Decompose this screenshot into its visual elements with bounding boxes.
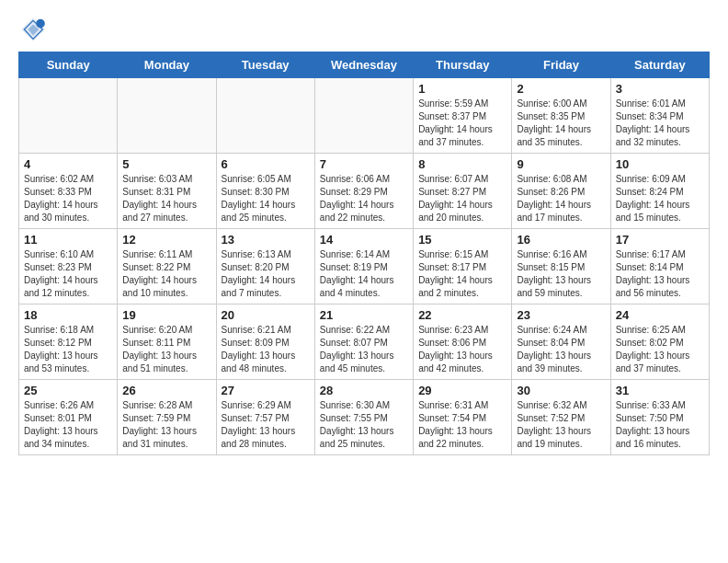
day-number: 25 — [24, 384, 112, 397]
day-header-sunday: Sunday — [19, 52, 118, 78]
day-number: 21 — [320, 308, 408, 322]
calendar-cell: 7Sunrise: 6:06 AM Sunset: 8:29 PM Daylig… — [314, 154, 413, 229]
day-info: Sunrise: 6:01 AM Sunset: 8:34 PM Dayligh… — [616, 98, 704, 149]
calendar-table: SundayMondayTuesdayWednesdayThursdayFrid… — [18, 52, 710, 455]
day-info: Sunrise: 6:11 AM Sunset: 8:22 PM Dayligh… — [122, 248, 210, 300]
day-number: 13 — [222, 233, 310, 247]
day-header-wednesday: Wednesday — [314, 52, 413, 78]
calendar-cell: 12Sunrise: 6:11 AM Sunset: 8:22 PM Dayli… — [118, 229, 216, 304]
calendar-cell: 23Sunrise: 6:24 AM Sunset: 8:04 PM Dayli… — [512, 304, 610, 380]
day-number: 8 — [418, 157, 506, 171]
calendar-cell: 13Sunrise: 6:13 AM Sunset: 8:20 PM Dayli… — [216, 229, 314, 304]
day-number: 27 — [222, 384, 310, 397]
day-info: Sunrise: 6:05 AM Sunset: 8:30 PM Dayligh… — [222, 173, 310, 224]
day-info: Sunrise: 6:23 AM Sunset: 8:06 PM Dayligh… — [418, 324, 506, 375]
day-info: Sunrise: 6:32 AM Sunset: 7:52 PM Dayligh… — [517, 399, 605, 451]
day-info: Sunrise: 6:13 AM Sunset: 8:20 PM Dayligh… — [222, 248, 310, 300]
day-info: Sunrise: 6:24 AM Sunset: 8:04 PM Dayligh… — [517, 324, 605, 375]
calendar-cell — [118, 78, 216, 154]
day-number: 31 — [616, 384, 704, 397]
day-header-tuesday: Tuesday — [216, 52, 314, 78]
calendar-cell: 28Sunrise: 6:30 AM Sunset: 7:55 PM Dayli… — [314, 380, 413, 455]
calendar-week-row: 25Sunrise: 6:26 AM Sunset: 8:01 PM Dayli… — [19, 380, 710, 455]
day-number: 29 — [418, 384, 506, 397]
calendar-cell: 4Sunrise: 6:02 AM Sunset: 8:33 PM Daylig… — [19, 154, 118, 229]
day-number: 28 — [320, 384, 408, 397]
calendar-cell: 3Sunrise: 6:01 AM Sunset: 8:34 PM Daylig… — [610, 78, 709, 154]
day-number: 23 — [517, 308, 605, 322]
calendar-cell: 6Sunrise: 6:05 AM Sunset: 8:30 PM Daylig… — [216, 154, 314, 229]
calendar-cell: 31Sunrise: 6:33 AM Sunset: 7:50 PM Dayli… — [610, 380, 709, 455]
day-header-monday: Monday — [118, 52, 216, 78]
day-number: 9 — [517, 157, 605, 171]
day-number: 15 — [418, 233, 506, 247]
calendar-cell: 5Sunrise: 6:03 AM Sunset: 8:31 PM Daylig… — [118, 154, 216, 229]
day-header-friday: Friday — [512, 52, 610, 78]
calendar-cell: 8Sunrise: 6:07 AM Sunset: 8:27 PM Daylig… — [414, 154, 512, 229]
day-number: 14 — [320, 233, 408, 247]
day-number: 6 — [222, 157, 310, 171]
day-number: 19 — [122, 308, 210, 322]
day-number: 20 — [222, 308, 310, 322]
calendar-cell: 26Sunrise: 6:28 AM Sunset: 7:59 PM Dayli… — [118, 380, 216, 455]
day-info: Sunrise: 6:21 AM Sunset: 8:09 PM Dayligh… — [222, 324, 310, 375]
calendar-week-row: 18Sunrise: 6:18 AM Sunset: 8:12 PM Dayli… — [19, 304, 710, 380]
day-header-thursday: Thursday — [414, 52, 512, 78]
day-number: 11 — [24, 233, 112, 247]
day-number: 3 — [616, 82, 704, 96]
day-info: Sunrise: 6:06 AM Sunset: 8:29 PM Dayligh… — [320, 173, 408, 224]
day-number: 7 — [320, 157, 408, 171]
calendar-cell: 21Sunrise: 6:22 AM Sunset: 8:07 PM Dayli… — [314, 304, 413, 380]
day-info: Sunrise: 6:31 AM Sunset: 7:54 PM Dayligh… — [418, 399, 506, 451]
calendar-cell: 24Sunrise: 6:25 AM Sunset: 8:02 PM Dayli… — [610, 304, 709, 380]
calendar-cell: 15Sunrise: 6:15 AM Sunset: 8:17 PM Dayli… — [414, 229, 512, 304]
day-info: Sunrise: 6:07 AM Sunset: 8:27 PM Dayligh… — [418, 173, 506, 224]
calendar-cell: 17Sunrise: 6:17 AM Sunset: 8:14 PM Dayli… — [610, 229, 709, 304]
calendar-cell: 14Sunrise: 6:14 AM Sunset: 8:19 PM Dayli… — [314, 229, 413, 304]
day-info: Sunrise: 6:30 AM Sunset: 7:55 PM Dayligh… — [320, 399, 408, 451]
day-header-saturday: Saturday — [610, 52, 709, 78]
day-number: 18 — [24, 308, 112, 322]
days-of-week-row: SundayMondayTuesdayWednesdayThursdayFrid… — [19, 52, 710, 78]
calendar-cell: 29Sunrise: 6:31 AM Sunset: 7:54 PM Dayli… — [414, 380, 512, 455]
day-number: 22 — [418, 308, 506, 322]
calendar-cell: 30Sunrise: 6:32 AM Sunset: 7:52 PM Dayli… — [512, 380, 610, 455]
day-info: Sunrise: 6:22 AM Sunset: 8:07 PM Dayligh… — [320, 324, 408, 375]
day-info: Sunrise: 6:09 AM Sunset: 8:24 PM Dayligh… — [616, 173, 704, 224]
day-number: 5 — [122, 157, 210, 171]
header — [18, 15, 710, 44]
day-info: Sunrise: 6:28 AM Sunset: 7:59 PM Dayligh… — [122, 399, 210, 451]
day-info: Sunrise: 6:03 AM Sunset: 8:31 PM Dayligh… — [122, 173, 210, 224]
calendar-cell: 1Sunrise: 5:59 AM Sunset: 8:37 PM Daylig… — [414, 78, 512, 154]
day-number: 24 — [616, 308, 704, 322]
calendar-cell — [314, 78, 413, 154]
day-info: Sunrise: 6:00 AM Sunset: 8:35 PM Dayligh… — [517, 98, 605, 149]
day-info: Sunrise: 6:02 AM Sunset: 8:33 PM Dayligh… — [24, 173, 112, 224]
calendar-cell: 16Sunrise: 6:16 AM Sunset: 8:15 PM Dayli… — [512, 229, 610, 304]
calendar-cell: 25Sunrise: 6:26 AM Sunset: 8:01 PM Dayli… — [19, 380, 118, 455]
calendar-cell: 22Sunrise: 6:23 AM Sunset: 8:06 PM Dayli… — [414, 304, 512, 380]
day-number: 10 — [616, 157, 704, 171]
day-info: Sunrise: 6:20 AM Sunset: 8:11 PM Dayligh… — [122, 324, 210, 375]
logo — [18, 15, 51, 44]
day-number: 2 — [517, 82, 605, 96]
calendar-header: SundayMondayTuesdayWednesdayThursdayFrid… — [19, 52, 710, 78]
calendar-cell: 9Sunrise: 6:08 AM Sunset: 8:26 PM Daylig… — [512, 154, 610, 229]
calendar-cell: 10Sunrise: 6:09 AM Sunset: 8:24 PM Dayli… — [610, 154, 709, 229]
calendar-cell — [19, 78, 118, 154]
day-info: Sunrise: 6:16 AM Sunset: 8:15 PM Dayligh… — [517, 248, 605, 300]
day-number: 17 — [616, 233, 704, 247]
calendar-cell: 2Sunrise: 6:00 AM Sunset: 8:35 PM Daylig… — [512, 78, 610, 154]
day-info: Sunrise: 6:08 AM Sunset: 8:26 PM Dayligh… — [517, 173, 605, 224]
day-number: 12 — [122, 233, 210, 247]
day-info: Sunrise: 6:14 AM Sunset: 8:19 PM Dayligh… — [320, 248, 408, 300]
day-info: Sunrise: 6:15 AM Sunset: 8:17 PM Dayligh… — [418, 248, 506, 300]
calendar-cell: 19Sunrise: 6:20 AM Sunset: 8:11 PM Dayli… — [118, 304, 216, 380]
day-info: Sunrise: 6:26 AM Sunset: 8:01 PM Dayligh… — [24, 399, 112, 451]
page: SundayMondayTuesdayWednesdayThursdayFrid… — [0, 0, 728, 470]
day-info: Sunrise: 5:59 AM Sunset: 8:37 PM Dayligh… — [418, 98, 506, 149]
calendar-week-row: 1Sunrise: 5:59 AM Sunset: 8:37 PM Daylig… — [19, 78, 710, 154]
calendar-cell: 27Sunrise: 6:29 AM Sunset: 7:57 PM Dayli… — [216, 380, 314, 455]
day-info: Sunrise: 6:10 AM Sunset: 8:23 PM Dayligh… — [24, 248, 112, 300]
day-info: Sunrise: 6:33 AM Sunset: 7:50 PM Dayligh… — [616, 399, 704, 451]
